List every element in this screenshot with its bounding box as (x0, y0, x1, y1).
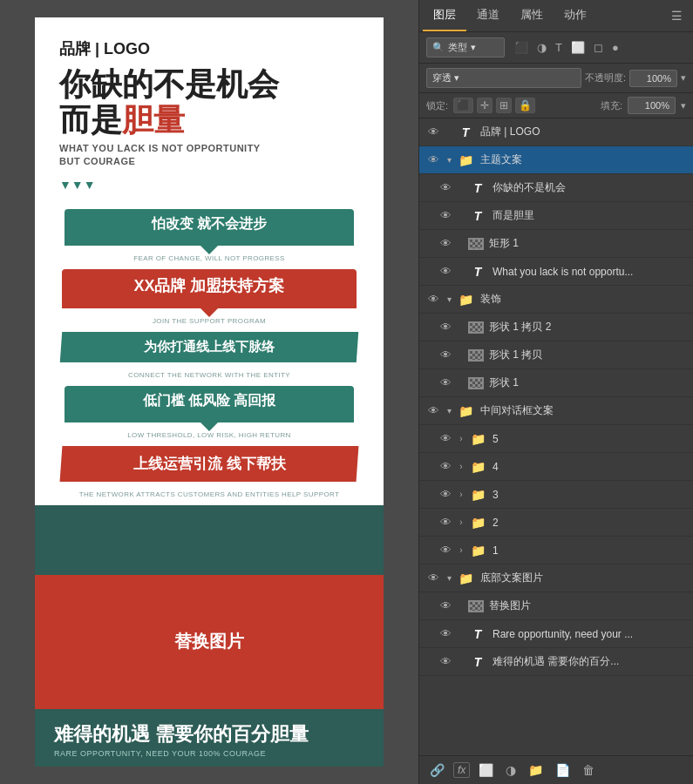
layer-item[interactable]: 👁矩形 1 (419, 230, 693, 258)
layer-visibility-icon[interactable]: 👁 (437, 488, 454, 501)
layer-visibility-icon[interactable]: 👁 (437, 348, 454, 362)
layer-visibility-icon[interactable]: 👁 (437, 321, 454, 334)
filter-adjust-icon[interactable]: ◑ (534, 39, 549, 56)
layer-item[interactable]: 👁形状 1 (419, 369, 693, 397)
layer-expand-icon[interactable]: › (454, 545, 468, 555)
delete-layer-icon[interactable]: 🗑 (579, 761, 598, 779)
layer-item[interactable]: 👁T难得的机遇 需要你的百分... (419, 648, 693, 676)
layer-visibility-icon[interactable]: 👁 (437, 599, 454, 612)
layer-item[interactable]: 👁替换图片 (419, 592, 693, 620)
layer-expand-icon[interactable]: ▾ (442, 294, 456, 304)
layer-expand-icon[interactable]: › (454, 434, 468, 443)
poster-footer: 难得的机遇 需要你的百分胆量 RARE OPPORTUNITY, NEED YO… (35, 709, 384, 767)
filter-pixel-icon[interactable]: ⬛ (512, 39, 531, 56)
layer-expand-icon[interactable]: › (454, 517, 468, 527)
layer-visibility-icon[interactable]: 👁 (437, 516, 454, 529)
title-line2-prefix: 而是 (59, 102, 122, 138)
layer-text-icon: T (468, 206, 487, 226)
layer-name: 5 (493, 433, 688, 445)
filter-smartobj-icon[interactable]: ◻ (591, 39, 606, 56)
tab-layers[interactable]: 图层 (423, 0, 466, 31)
poster-replace-image[interactable]: 替换图片 (35, 575, 384, 709)
adjustment-icon[interactable]: ◑ (502, 761, 520, 779)
layer-expand-icon[interactable]: ▾ (442, 573, 456, 583)
canvas-area: 品牌 | LOGO 你缺的不是机会 而是胆量 WHAT YOU LACK IS … (0, 0, 418, 784)
fill-input[interactable]: 100% (628, 97, 676, 114)
layer-text-icon: T (468, 652, 487, 672)
layer-visibility-icon[interactable]: 👁 (425, 153, 442, 166)
layer-item[interactable]: 👁▾📁主题文案 (419, 146, 693, 174)
filter-shape-icon[interactable]: ⬜ (568, 39, 588, 56)
layer-expand-icon[interactable]: › (454, 462, 468, 471)
layer-visibility-icon[interactable]: 👁 (425, 404, 442, 417)
folder-new-icon[interactable]: 📁 (525, 761, 547, 779)
lock-pixel-btn[interactable]: ⬛ (453, 98, 473, 113)
layer-item[interactable]: 👁TWhat you lack is not opportu... (419, 258, 693, 286)
bubble1-text: 怕改变 就不会进步 (65, 209, 353, 246)
layer-visibility-icon[interactable]: 👁 (425, 571, 442, 585)
layer-visibility-icon[interactable]: 👁 (425, 125, 442, 139)
layer-visibility-icon[interactable]: 👁 (437, 209, 454, 222)
panel-menu-icon[interactable]: ☰ (664, 5, 690, 26)
layer-item[interactable]: 👁›📁4 (419, 453, 693, 481)
lock-move-btn[interactable]: ✛ (477, 98, 493, 113)
filter-text-icon[interactable]: T (553, 39, 565, 56)
layer-item[interactable]: 👁▾📁底部文案图片 (419, 564, 693, 592)
layer-text-icon: T (456, 123, 475, 142)
bubble2-en: JOIN THE SUPPORT PROGRAM (52, 317, 366, 325)
layer-item[interactable]: 👁›📁2 (419, 509, 693, 537)
layer-expand-icon[interactable]: ▾ (442, 406, 456, 416)
filter-type-select[interactable]: 🔍 类型 ▾ (426, 37, 505, 57)
layer-folder-icon: 📁 (456, 402, 475, 421)
layer-visibility-icon[interactable]: 👁 (437, 432, 454, 445)
fx-icon[interactable]: fx (453, 762, 470, 778)
layer-visibility-icon[interactable]: 👁 (437, 627, 454, 640)
bubble-5: 上线运营引流 线下帮扶 THE NETWORK ATTRACTS CUSTOME… (52, 446, 366, 498)
layer-item[interactable]: 👁形状 1 拷贝 (419, 341, 693, 369)
opacity-input[interactable]: 100% (629, 70, 677, 87)
layer-item[interactable]: 👁▾📁装饰 (419, 286, 693, 314)
filter-label: 类型 (448, 41, 467, 54)
layer-visibility-icon[interactable]: 👁 (425, 293, 442, 306)
layer-visibility-icon[interactable]: 👁 (437, 460, 454, 473)
layer-visibility-icon[interactable]: 👁 (437, 376, 454, 389)
layer-item[interactable]: 👁›📁5 (419, 425, 693, 453)
layer-folder-icon: 📁 (468, 429, 487, 449)
mask-icon[interactable]: ⬜ (475, 761, 497, 779)
layer-item[interactable]: 👁›📁3 (419, 481, 693, 509)
tab-properties[interactable]: 属性 (510, 0, 554, 31)
bubble5-text: 上线运营引流 线下帮扶 (133, 454, 286, 474)
layer-rect-icon (468, 238, 484, 250)
layer-folder-icon: 📁 (468, 541, 487, 560)
layer-expand-icon[interactable]: ▾ (442, 155, 456, 165)
tab-actions[interactable]: 动作 (554, 0, 597, 31)
bubble-4: 低门槛 低风险 高回报 LOW THRESHOLD, LOW RISK, HIG… (52, 386, 366, 439)
layer-item[interactable]: 👁TRare opportunity, need your ... (419, 620, 693, 648)
layer-visibility-icon[interactable]: 👁 (437, 544, 454, 557)
new-layer-icon[interactable]: 📄 (552, 761, 574, 779)
layer-visibility-icon[interactable]: 👁 (437, 181, 454, 194)
layer-expand-icon[interactable]: › (454, 490, 468, 499)
fill-label: 填充: (601, 99, 622, 112)
filter-toggle[interactable]: ● (609, 39, 622, 56)
bubble5-en: THE NETWORK ATTRACTS CUSTOMERS AND ENTIT… (52, 490, 366, 498)
layer-item[interactable]: 👁T而是胆里 (419, 202, 693, 230)
layer-filter-row: 🔍 类型 ▾ ⬛ ◑ T ⬜ ◻ ● (419, 32, 693, 64)
layer-visibility-icon[interactable]: 👁 (437, 655, 454, 668)
lock-all-btn[interactable]: 🔒 (515, 98, 535, 113)
bubble3-en: CONNECT THE NETWORK WITH THE ENTITY (52, 371, 366, 379)
layer-item[interactable]: 👁▾📁中间对话框文案 (419, 397, 693, 425)
tab-list: 图层 通道 属性 动作 (423, 0, 597, 31)
search-icon: 🔍 (432, 42, 445, 53)
blend-mode-select[interactable]: 穿透 ▾ (426, 68, 581, 88)
layer-visibility-icon[interactable]: 👁 (437, 265, 454, 278)
layer-visibility-icon[interactable]: 👁 (437, 237, 454, 250)
layer-item[interactable]: 👁形状 1 拷贝 2 (419, 314, 693, 341)
link-icon[interactable]: 🔗 (426, 761, 448, 779)
layer-item[interactable]: 👁›📁1 (419, 537, 693, 564)
layer-item[interactable]: 👁T品牌 | LOGO (419, 118, 693, 146)
tab-channels[interactable]: 通道 (466, 0, 510, 31)
lock-artboard-btn[interactable]: ⊞ (496, 98, 512, 113)
layer-name: 形状 1 (489, 375, 688, 390)
layer-item[interactable]: 👁T你缺的不是机会 (419, 174, 693, 202)
